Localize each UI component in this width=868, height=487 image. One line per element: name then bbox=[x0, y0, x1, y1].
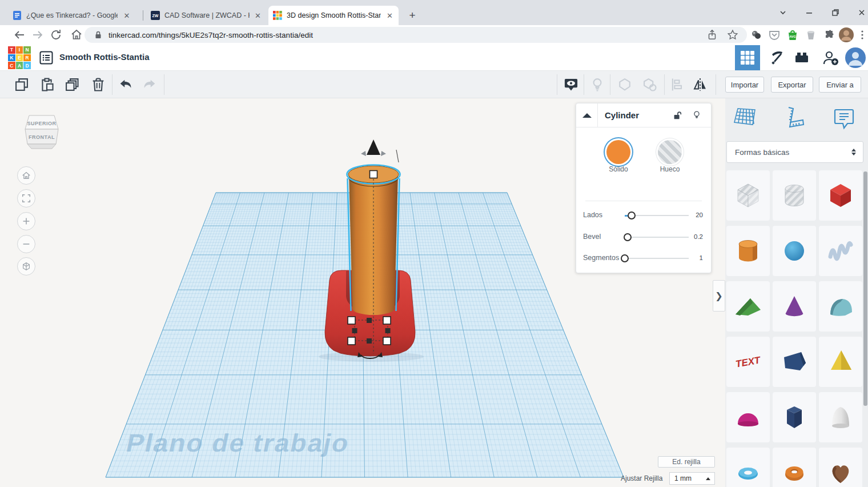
flip-mirror-icon[interactable] bbox=[692, 77, 708, 93]
delete-trash-icon[interactable] bbox=[90, 77, 106, 93]
undo-icon[interactable] bbox=[118, 77, 134, 93]
align-icon[interactable] bbox=[669, 77, 685, 93]
chrome-profile-chevron-icon[interactable] bbox=[774, 6, 791, 19]
browser-avatar[interactable] bbox=[838, 27, 852, 41]
paste-icon[interactable] bbox=[39, 77, 55, 93]
tab-close-icon[interactable]: ✕ bbox=[385, 11, 394, 20]
home-icon[interactable] bbox=[70, 28, 83, 42]
shape-heart[interactable] bbox=[819, 448, 862, 487]
tinkercad-icon bbox=[273, 11, 282, 20]
extensions-puzzle-icon[interactable] bbox=[822, 28, 836, 42]
workplane-tool-icon[interactable] bbox=[731, 104, 758, 131]
redo-icon[interactable] bbox=[142, 77, 158, 93]
window-close-button[interactable] bbox=[853, 6, 868, 19]
shape-box-hole[interactable] bbox=[726, 170, 770, 221]
unlock-icon[interactable] bbox=[672, 110, 682, 121]
window-minimize-button[interactable] bbox=[801, 6, 818, 19]
show-all-icon[interactable] bbox=[563, 77, 579, 93]
extension-bucket-icon[interactable] bbox=[804, 28, 818, 42]
slider-knob-bevel[interactable] bbox=[624, 233, 632, 241]
account-avatar[interactable] bbox=[845, 47, 866, 68]
shape-cylinder[interactable] bbox=[726, 226, 770, 276]
shape-category-select[interactable]: Formas básicas bbox=[726, 141, 863, 163]
send-to-button[interactable]: Enviar a bbox=[819, 77, 861, 93]
ungroup-icon[interactable] bbox=[642, 77, 658, 93]
group-icon[interactable] bbox=[617, 77, 633, 93]
svg-text:TEXT: TEXT bbox=[735, 354, 762, 370]
shape-half-sphere[interactable] bbox=[726, 392, 770, 442]
shape-round-roof[interactable] bbox=[819, 281, 862, 332]
shape-polygon-wedge[interactable] bbox=[773, 337, 816, 387]
minecraft-pickaxe-icon[interactable] bbox=[764, 45, 789, 70]
snap-grid-label: Ajustar Rejilla bbox=[621, 474, 662, 482]
tinkercad-logo[interactable]: TIN KER CAD bbox=[8, 46, 31, 69]
height-tick bbox=[396, 150, 399, 162]
tab-close-icon[interactable]: ✕ bbox=[122, 11, 131, 20]
inspector-collapse-button[interactable] bbox=[576, 103, 598, 127]
url-text: tinkercad.com/things/5kUE2s7tq2r-smooth-… bbox=[108, 31, 313, 39]
copy-icon[interactable] bbox=[14, 77, 30, 93]
shape-pyramid[interactable] bbox=[819, 337, 862, 387]
back-icon[interactable] bbox=[13, 28, 26, 42]
reload-icon[interactable] bbox=[49, 28, 63, 42]
move-up-handle[interactable] bbox=[361, 139, 386, 156]
export-button[interactable]: Exportar bbox=[771, 77, 813, 93]
zoom-in-button[interactable] bbox=[17, 212, 35, 230]
invite-person-add-icon[interactable] bbox=[818, 45, 843, 70]
slider-track-segmentos[interactable] bbox=[625, 258, 689, 259]
forward-icon[interactable] bbox=[31, 28, 45, 42]
duplicate-icon[interactable] bbox=[64, 77, 80, 93]
height-scale-handle[interactable] bbox=[370, 171, 377, 178]
shape-paraboloid[interactable] bbox=[819, 392, 862, 442]
tab-tinkercad-active[interactable]: 3D design Smooth Rottis-Stantia ✕ bbox=[268, 6, 399, 25]
shape-text[interactable]: TEXT bbox=[726, 337, 770, 387]
perspective-toggle-button[interactable] bbox=[17, 257, 35, 276]
ruler-tool-icon[interactable] bbox=[781, 104, 808, 131]
zoom-out-button[interactable] bbox=[17, 235, 35, 253]
fit-view-button[interactable] bbox=[17, 189, 35, 207]
browser-menu-kebab-icon[interactable] bbox=[855, 28, 868, 42]
orange-cylinder-shape[interactable] bbox=[348, 166, 399, 315]
shape-box[interactable] bbox=[819, 170, 862, 221]
slider-knob-lados[interactable] bbox=[628, 211, 636, 219]
extension-avg-icon[interactable]: AVG bbox=[786, 28, 799, 42]
shape-hexagonal-prism[interactable] bbox=[773, 392, 816, 442]
design-properties-icon[interactable] bbox=[39, 50, 54, 65]
share-icon[interactable] bbox=[706, 29, 718, 41]
window-restore-button[interactable] bbox=[827, 6, 844, 19]
lego-brick-icon[interactable] bbox=[789, 45, 814, 70]
shapes-panel-collapse-button[interactable]: ❯ bbox=[713, 280, 725, 312]
edit-grid-button[interactable]: Ed. rejilla bbox=[658, 456, 715, 468]
triangle-up-icon bbox=[706, 477, 710, 480]
shape-cone[interactable] bbox=[773, 281, 816, 332]
url-omnibox[interactable]: tinkercad.com/things/5kUE2s7tq2r-smooth-… bbox=[85, 27, 747, 43]
shape-sphere[interactable] bbox=[773, 226, 816, 276]
view-cube-front-label: FRONTAL bbox=[29, 134, 55, 140]
tab-google-docs[interactable]: ¿Que es Tinkercad? - Google Doc ✕ bbox=[8, 6, 144, 25]
hole-swatch[interactable] bbox=[658, 140, 682, 164]
tab-zwcad[interactable]: ZW CAD Software | ZWCAD - How to ✕ bbox=[146, 6, 266, 25]
notes-tool-icon[interactable] bbox=[830, 104, 858, 131]
solid-color-swatch[interactable] bbox=[606, 140, 630, 164]
slider-knob-segmentos[interactable] bbox=[621, 254, 629, 262]
slider-track-bevel[interactable] bbox=[625, 237, 689, 238]
import-button[interactable]: Importar bbox=[725, 77, 764, 93]
extension-spheres-icon[interactable] bbox=[749, 28, 763, 42]
shape-roof[interactable] bbox=[726, 281, 770, 332]
extension-pocket-icon[interactable] bbox=[767, 28, 781, 42]
dashboard-grid-button[interactable] bbox=[735, 45, 760, 70]
hide-lightbulb-icon[interactable] bbox=[692, 110, 702, 120]
tab-close-icon[interactable]: ✕ bbox=[254, 11, 262, 20]
shape-scribble[interactable] bbox=[819, 226, 862, 276]
home-view-button[interactable] bbox=[17, 166, 35, 185]
shape-torus[interactable] bbox=[726, 448, 770, 487]
bookmark-star-icon[interactable] bbox=[726, 29, 739, 41]
shapes-scrollbar[interactable] bbox=[863, 171, 867, 406]
view-cube[interactable]: SUPERIOR FRONTAL bbox=[19, 109, 64, 163]
3d-viewport[interactable]: Plano de trabajo SUPERIOR FRONTAL Cylind… bbox=[0, 98, 725, 487]
new-tab-button[interactable]: + bbox=[405, 9, 419, 23]
shape-torus-thick[interactable] bbox=[773, 448, 816, 487]
snap-grid-select[interactable]: 1 mm bbox=[669, 472, 715, 485]
lightbulb-icon[interactable] bbox=[589, 77, 605, 93]
shape-cylinder-hole[interactable] bbox=[773, 170, 816, 221]
